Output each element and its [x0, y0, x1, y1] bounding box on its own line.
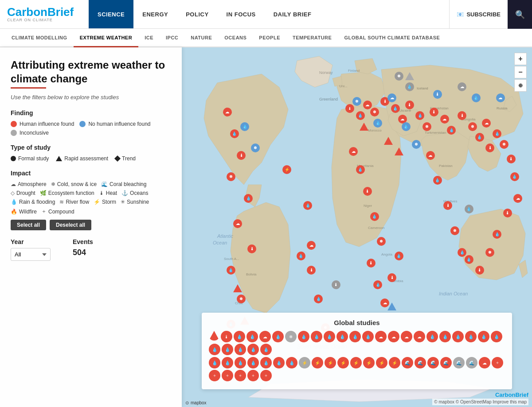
marker-red-15[interactable]: ❄	[468, 122, 477, 131]
gs-icon-11[interactable]: 💧	[336, 331, 348, 342]
gs-icon-25[interactable]: 💧	[222, 344, 233, 355]
marker-red-af9[interactable]: 🌡	[387, 273, 396, 282]
logo-area[interactable]: CarbonBrief CLEAR ON CLIMATE	[0, 6, 89, 22]
sub-nav-nature[interactable]: NATURE	[184, 28, 218, 47]
marker-red-18[interactable]: 🌡	[485, 143, 494, 152]
gs-icon-12[interactable]: 💧	[349, 331, 361, 342]
marker-red-21[interactable]: 🌡	[507, 155, 516, 163]
marker-red-1[interactable]: 🌡	[345, 104, 354, 113]
impact-heat[interactable]: 🌡 Heat	[99, 190, 117, 196]
gs-icon-26[interactable]: 💧	[235, 344, 246, 355]
marker-gray-4[interactable]: 💧	[465, 205, 473, 213]
marker-red-19[interactable]: 💧	[493, 129, 501, 138]
impact-wildfire[interactable]: 🔥 Wildfire	[11, 208, 37, 215]
logo[interactable]: CarbonBrief	[7, 6, 89, 18]
marker-red-4[interactable]: ❄	[370, 108, 379, 116]
marker-red-13[interactable]: 💧	[447, 126, 456, 135]
marker-red-9[interactable]: 💧	[415, 111, 424, 120]
marker-blue-1[interactable]: ❄	[352, 97, 361, 106]
gs-icon-r2-8[interactable]: ⚡	[299, 357, 310, 368]
sub-nav-oceans[interactable]: OCEANS	[218, 28, 253, 47]
sub-nav-people[interactable]: PEOPLE	[253, 28, 286, 47]
gs-icon-17[interactable]: ☁	[414, 331, 425, 342]
gs-icon-5[interactable]: ☁	[259, 331, 271, 342]
marker-red-am8[interactable]: 💧	[227, 266, 235, 275]
marker-red-3[interactable]: ☁	[363, 101, 372, 109]
gs-icon-21[interactable]: 💧	[465, 331, 477, 342]
nav-item-policy[interactable]: POLICY	[177, 0, 217, 28]
marker-red-11[interactable]: 🌡	[430, 108, 438, 116]
gs-icon-r2-15[interactable]: ⚡	[389, 357, 400, 368]
gs-icon-7[interactable]: ❄	[285, 331, 297, 342]
marker-blue-3[interactable]: ☁	[387, 93, 396, 102]
nav-item-energy[interactable]: ENERGY	[133, 0, 177, 28]
gs-icon-r2-17[interactable]: 🌊	[415, 357, 426, 368]
year-select[interactable]: All 2024 2023 2022 2021 2020 2019 2018 2…	[11, 248, 51, 261]
marker-red-12[interactable]: ☁	[440, 115, 449, 124]
finding-no-human-influence[interactable]: No human influence found	[79, 121, 150, 127]
marker-blue-9[interactable]: 💧	[240, 122, 249, 131]
sub-nav-climate-modelling[interactable]: CLIMATE MODELLING	[5, 28, 74, 47]
impact-rain-flooding[interactable]: 💧 Rain & flooding	[11, 199, 55, 205]
marker-gray-2[interactable]: 💧	[405, 82, 414, 91]
gs-icon-r2-24[interactable]: ＋	[209, 370, 220, 381]
gs-icon-r2-18[interactable]: 🌊	[427, 357, 439, 368]
gs-icon-r2-10[interactable]: ⚡	[325, 357, 336, 368]
marker-red-as3[interactable]: 🌡	[443, 201, 452, 210]
impact-atmosphere[interactable]: ☁ Atmosphere	[11, 181, 47, 187]
marker-red-25[interactable]: 💧	[493, 230, 501, 239]
formal-study-item[interactable]: Formal study	[11, 155, 49, 162]
marker-red-am9[interactable]: ❄	[237, 295, 246, 303]
gs-icon-r2-19[interactable]: 🌊	[440, 357, 452, 368]
marker-scattered-1[interactable]: 💧	[303, 201, 312, 210]
gs-icon-r2-2[interactable]: 💧	[222, 357, 233, 368]
gs-icon-10[interactable]: 💧	[324, 331, 335, 342]
impact-ecosystem-function[interactable]: 🌿 Ecosystem function	[40, 190, 94, 196]
search-button[interactable]: 🔍	[508, 0, 532, 29]
gs-icon-r2-5[interactable]: 💧	[260, 357, 272, 368]
nav-item-dailybrief[interactable]: DAILY BRIEF	[265, 0, 321, 28]
marker-blue-5[interactable]: ❄	[412, 140, 421, 149]
compass-button[interactable]: ⊕	[514, 79, 527, 92]
select-all-button[interactable]: Select all	[11, 220, 46, 230]
marker-red-am3[interactable]: 🌡	[237, 151, 246, 160]
gs-icon-r2-20[interactable]: 🌊	[453, 357, 465, 368]
marker-red-22[interactable]: 💧	[510, 172, 519, 181]
gs-icon-r2-23[interactable]: ＋	[492, 357, 503, 368]
gs-icon-18[interactable]: 💧	[426, 331, 438, 342]
gs-icon-r2-11[interactable]: ⚡	[337, 357, 349, 368]
marker-red-2[interactable]: 💧	[356, 111, 365, 120]
marker-red-26[interactable]: ❄	[485, 248, 494, 257]
marker-red-as2[interactable]: 💧	[433, 176, 442, 185]
marker-blue-4[interactable]: 💧	[402, 122, 411, 131]
marker-red-af3[interactable]: 🌡	[363, 187, 372, 196]
sub-nav-ipcc[interactable]: IPCC	[160, 28, 184, 47]
marker-red-14[interactable]: 🌡	[458, 111, 466, 120]
impact-storm[interactable]: ⚡ Storm	[94, 199, 116, 205]
gs-icon-r2-1[interactable]: 💧	[209, 357, 220, 368]
gs-icon-13[interactable]: 💧	[362, 331, 374, 342]
marker-red-af5[interactable]: ❄	[377, 237, 386, 246]
marker-blue-8[interactable]: ☁	[496, 93, 505, 102]
gs-icon-22[interactable]: 💧	[478, 331, 489, 342]
marker-red-af6[interactable]: 🌡	[367, 259, 376, 267]
gs-icon-r2-28[interactable]: ＋	[260, 370, 272, 381]
marker-triangle-red-2[interactable]	[384, 137, 393, 145]
marker-scattered-6[interactable]: 💧	[297, 252, 305, 260]
gs-icon-24[interactable]: 💧	[209, 344, 220, 355]
marker-gray-3[interactable]: ☁	[458, 82, 466, 91]
marker-blue-2[interactable]: 💧	[373, 119, 382, 128]
gs-icon-r2-14[interactable]: ⚡	[376, 357, 387, 368]
map-area[interactable]: Atlantic Ocean Indian Ocean South Atlant…	[182, 47, 532, 407]
marker-gray-5[interactable]: 🌡	[332, 280, 340, 289]
marker-red-af10[interactable]: 💧	[395, 252, 403, 260]
marker-red-af1[interactable]: ☁	[349, 147, 358, 156]
marker-red-20[interactable]: ❄	[500, 140, 509, 149]
impact-drought[interactable]: ◇ Drought	[11, 190, 35, 196]
marker-triangle-red-4[interactable]	[233, 284, 242, 292]
finding-inconclusive[interactable]: Inconclusive	[11, 130, 49, 136]
zoom-out-button[interactable]: −	[514, 66, 527, 78]
marker-red-17[interactable]: ☁	[482, 119, 491, 128]
gs-icon-1[interactable]	[209, 331, 219, 341]
marker-red-as5[interactable]: 💧	[458, 248, 466, 257]
